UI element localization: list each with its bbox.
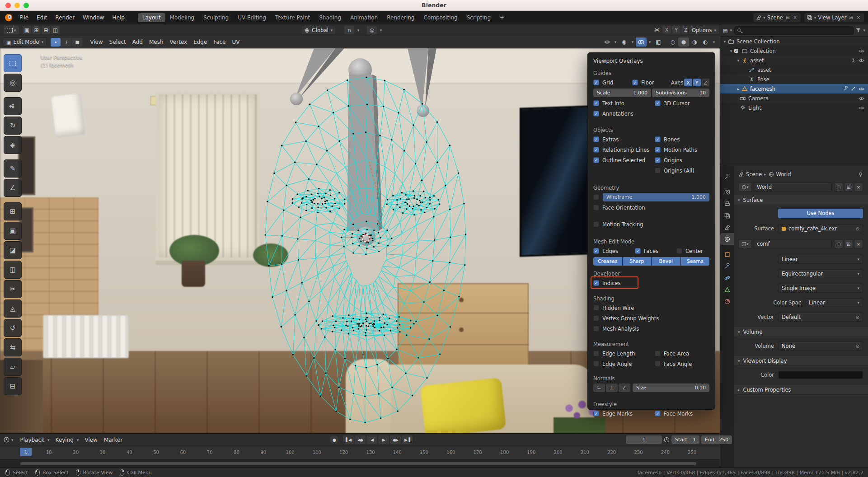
- breadcrumb-world[interactable]: World: [776, 171, 791, 178]
- motion-tracking-checkbox[interactable]: Motion Tracking: [593, 221, 643, 228]
- xray-toggle-icon[interactable]: ◧: [653, 37, 664, 47]
- unlink-scene-button[interactable]: ×: [792, 15, 798, 20]
- origins-all-checkbox[interactable]: Origins (All): [655, 168, 694, 174]
- tool-move[interactable]: [4, 97, 22, 115]
- tool-annotate[interactable]: ✎: [4, 159, 22, 178]
- tool-loop-cut[interactable]: ◫: [4, 261, 22, 279]
- text-info-checkbox[interactable]: ✓Text Info: [593, 100, 655, 107]
- tool-knife[interactable]: ✂: [4, 280, 22, 298]
- new-view-layer-button[interactable]: ⊞: [848, 15, 854, 20]
- tool-select-box[interactable]: [4, 54, 22, 72]
- start-frame-field[interactable]: Start1: [671, 435, 699, 444]
- active-tool-dropdown[interactable]: ▾: [4, 26, 19, 34]
- grid-subdivisions-slider[interactable]: Subdivisions10: [652, 89, 709, 97]
- jump-to-start-button[interactable]: ▌◀: [343, 435, 354, 444]
- unlink-image-button[interactable]: ×: [854, 239, 863, 248]
- scene-selector[interactable]: ▾ Scene ⊞ ×: [753, 13, 801, 22]
- new-world-button[interactable]: ⊞: [844, 182, 853, 192]
- volume-panel-header[interactable]: ▾Volume: [734, 327, 868, 337]
- vector-dropdown[interactable]: Default⊙: [778, 313, 863, 322]
- play-button[interactable]: ▶: [378, 435, 389, 444]
- tab-physics[interactable]: [720, 272, 734, 284]
- select-mode-extend-icon[interactable]: ⊞: [32, 26, 41, 34]
- pin-icon[interactable]: [858, 172, 863, 177]
- mesh-analysis-checkbox[interactable]: Mesh Analysis: [593, 326, 639, 332]
- grid-checkbox[interactable]: ✓Grid: [593, 80, 632, 86]
- remove-view-layer-button[interactable]: ×: [856, 15, 861, 20]
- new-scene-button[interactable]: ⊞: [785, 15, 790, 20]
- menu-vertex[interactable]: Vertex: [167, 37, 191, 47]
- face-normals-icon[interactable]: ∠: [619, 383, 630, 392]
- source-dropdown[interactable]: Single Image▾: [778, 284, 863, 293]
- face-area-checkbox[interactable]: Face Area: [655, 351, 689, 357]
- origins-checkbox[interactable]: ✓Origins: [655, 157, 682, 164]
- breadcrumb-scene[interactable]: Scene: [746, 171, 762, 178]
- tool-rotate[interactable]: ↻: [4, 117, 22, 135]
- unlink-world-button[interactable]: ×: [854, 182, 863, 192]
- hide-eye-icon[interactable]: [859, 96, 864, 101]
- face-orientation-checkbox[interactable]: Face Orientation: [593, 205, 645, 211]
- select-mode-intersect-icon[interactable]: ◫: [51, 26, 60, 34]
- normals-size-slider[interactable]: Size0.10: [633, 383, 709, 392]
- hide-eye-icon[interactable]: [859, 106, 864, 110]
- menu-add[interactable]: Add: [129, 37, 146, 47]
- proportional-falloff-chevron-icon[interactable]: ▾: [378, 26, 384, 34]
- relationship-lines-checkbox[interactable]: ✓Relationship Lines: [593, 147, 655, 153]
- outliner-editor-type-icon[interactable]: ▤: [723, 28, 727, 33]
- rendered-shading-icon[interactable]: ◐: [700, 37, 711, 47]
- tool-extrude-region[interactable]: ⊞: [4, 202, 22, 220]
- play-reverse-button[interactable]: ◀: [366, 435, 377, 444]
- timeline-ruler[interactable]: 1 11020304050607080901001101201301401501…: [0, 446, 720, 459]
- solid-shading-icon[interactable]: ●: [678, 37, 689, 47]
- hide-eye-icon[interactable]: [859, 87, 864, 91]
- world-name-field[interactable]: World: [753, 182, 832, 192]
- workspace-tab-animation[interactable]: Animation: [346, 13, 382, 22]
- blender-logo-icon[interactable]: [5, 14, 13, 22]
- axis-y-toggle[interactable]: Y: [693, 79, 701, 86]
- surface-panel-header[interactable]: ▾Surface: [734, 195, 868, 205]
- chevron-down-icon[interactable]: ▾: [647, 37, 653, 47]
- tab-material[interactable]: [720, 295, 734, 307]
- workspace-tab-scripting[interactable]: Scripting: [462, 13, 495, 22]
- current-frame-field[interactable]: 1: [626, 435, 662, 444]
- mirror-x-button[interactable]: X: [662, 26, 671, 33]
- menu-help[interactable]: Help: [108, 13, 128, 22]
- snap-options-chevron-icon[interactable]: ▾: [355, 26, 361, 34]
- outliner-row-collection[interactable]: ▾ ✓ Collection: [720, 46, 868, 56]
- select-mode-subtract-icon[interactable]: ⊟: [42, 26, 50, 34]
- face-marks-checkbox[interactable]: ✓Face Marks: [655, 411, 693, 417]
- tab-view-layer[interactable]: [720, 210, 734, 221]
- image-name-field[interactable]: comf: [753, 239, 832, 248]
- outliner-row-asset-data[interactable]: asset: [720, 65, 868, 75]
- filter-funnel-icon[interactable]: [856, 28, 861, 33]
- show-object-types-icon[interactable]: [601, 37, 612, 47]
- outliner-row-scene-collection[interactable]: ▾ Scene Collection: [720, 37, 868, 46]
- use-nodes-button[interactable]: Use Nodes: [778, 209, 863, 218]
- proportional-editing-icon[interactable]: ◎: [367, 26, 377, 34]
- chevron-down-icon[interactable]: ▾: [730, 28, 732, 33]
- bones-checkbox[interactable]: ✓Bones: [655, 136, 680, 143]
- outliner-row-light[interactable]: Light: [720, 103, 868, 112]
- menu-view[interactable]: View: [81, 435, 100, 444]
- transform-orientation-dropdown[interactable]: Global ▾: [301, 26, 336, 35]
- workspace-tab-rendering[interactable]: Rendering: [382, 13, 419, 22]
- menu-mesh[interactable]: Mesh: [146, 37, 167, 47]
- chevron-down-icon[interactable]: ▾: [711, 37, 717, 47]
- tool-rip-region[interactable]: ⊟: [4, 377, 22, 395]
- floor-checkbox[interactable]: ✓Floor: [632, 80, 671, 86]
- tool-bevel[interactable]: ◪: [4, 241, 22, 259]
- jump-to-end-button[interactable]: ▶▐: [402, 435, 413, 444]
- menu-marker[interactable]: Marker: [101, 435, 126, 444]
- tab-scene[interactable]: [720, 221, 734, 233]
- disclosure-triangle-icon[interactable]: ▸: [736, 87, 741, 91]
- disclosure-triangle-icon[interactable]: ▾: [722, 39, 727, 44]
- overlays-icon[interactable]: [636, 37, 647, 47]
- tool-spin[interactable]: ↺: [4, 319, 22, 337]
- workspace-tab-sculpting[interactable]: Sculpting: [199, 13, 233, 22]
- end-frame-field[interactable]: End250: [701, 435, 732, 444]
- outliner-row-asset-armature[interactable]: ▾ asset: [720, 56, 868, 65]
- tool-cursor-3d[interactable]: ◎: [4, 74, 22, 92]
- vertex-normals-icon[interactable]: ∟: [593, 383, 605, 392]
- duplicate-image-button[interactable]: ⊞: [844, 239, 853, 248]
- edge-length-checkbox[interactable]: Edge Length: [593, 351, 655, 357]
